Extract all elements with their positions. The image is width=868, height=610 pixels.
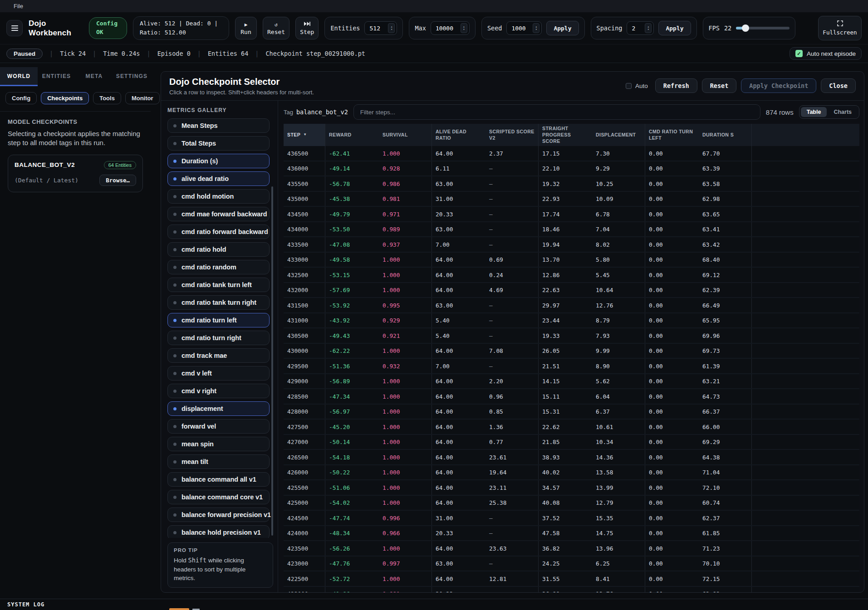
seed-apply-button[interactable]: Apply: [546, 21, 579, 35]
view-charts-button[interactable]: Charts: [828, 107, 858, 117]
metric-item[interactable]: cmd ratio turn right: [167, 331, 270, 345]
step-button[interactable]: Step: [295, 17, 319, 39]
checkbox-checked-icon[interactable]: ✓: [795, 50, 803, 57]
spacing-input[interactable]: [632, 25, 642, 32]
column-header-survival[interactable]: SURVIVAL: [379, 124, 432, 146]
column-header-displacement[interactable]: DISPLACEMENT: [592, 124, 645, 146]
column-header-scripted-score-v2[interactable]: SCRIPTED SCORE V2: [485, 124, 539, 146]
reset-button[interactable]: ↺ Reset: [263, 17, 289, 39]
metric-item[interactable]: Mean Steps: [167, 118, 270, 133]
metric-item[interactable]: balance forward precision v1: [167, 508, 270, 522]
spacing-spinner[interactable]: ▴ ▾: [645, 23, 652, 33]
table-row[interactable]: 436000-49.140.9286.11—22.109.290.0063.39: [284, 161, 859, 177]
menu-file[interactable]: File: [14, 3, 23, 10]
metric-item[interactable]: balance hold precision v1: [167, 525, 270, 538]
tab-entities[interactable]: ENTITIES: [38, 67, 75, 86]
table-row[interactable]: 431500-53.920.99563.00—29.9712.760.0066.…: [284, 298, 859, 313]
metric-item[interactable]: cmd hold motion: [167, 189, 270, 204]
seed-spinner[interactable]: ▴ ▾: [533, 23, 539, 33]
subtab-config[interactable]: Config: [5, 92, 37, 104]
entities-spinner[interactable]: ▴ ▾: [388, 23, 395, 33]
metric-item[interactable]: balance command core v1: [167, 490, 270, 504]
table-row[interactable]: 430000-62.221.00064.007.0826.059.990.006…: [284, 344, 859, 359]
auto-checkbox[interactable]: Auto: [626, 83, 648, 89]
table-row[interactable]: 425500-51.061.00064.0023.1134.5713.990.0…: [284, 480, 859, 496]
fps-slider[interactable]: [736, 27, 790, 29]
table-row[interactable]: 425000-54.021.00064.0025.3840.0812.790.0…: [284, 496, 859, 511]
column-header-straight-progress-score[interactable]: STRAIGHT PROGRESS SCORE: [539, 124, 592, 146]
metric-item[interactable]: displacement: [167, 401, 270, 416]
run-button[interactable]: ▶ Run: [235, 17, 257, 39]
metric-item[interactable]: cmd ratio hold: [167, 242, 270, 257]
metric-item[interactable]: cmd v right: [167, 384, 270, 398]
fullscreen-button[interactable]: Fullscreen: [818, 16, 862, 40]
view-table-button[interactable]: Table: [801, 107, 827, 117]
metrics-scrollbar[interactable]: [271, 186, 273, 536]
table-row[interactable]: 433500-47.080.9377.00—19.948.020.0063.42: [284, 237, 859, 253]
reset-button-panel[interactable]: Reset: [702, 78, 737, 93]
metric-item[interactable]: mean tilt: [167, 454, 270, 469]
close-button[interactable]: Close: [821, 78, 856, 93]
table-row[interactable]: 424000-48.340.96620.33—47.5814.750.0061.…: [284, 526, 859, 542]
table-row[interactable]: 434500-49.790.97120.33—17.746.780.0063.6…: [284, 207, 859, 222]
metric-item[interactable]: Duration (s): [167, 154, 270, 168]
table-row[interactable]: 431000-43.920.9295.40—23.448.790.0065.95: [284, 313, 859, 329]
filter-steps-input[interactable]: [353, 104, 760, 120]
metric-item[interactable]: alive dead ratio: [167, 171, 270, 186]
table-row[interactable]: 430500-49.430.9215.40—19.337.930.0069.96: [284, 328, 859, 344]
max-input[interactable]: [436, 25, 457, 32]
system-log-bar[interactable]: SYSTEM LOG: [0, 599, 868, 610]
metric-item[interactable]: cmd v left: [167, 366, 270, 381]
table-row[interactable]: 429000-56.891.00064.002.2014.155.620.006…: [284, 374, 859, 390]
tab-settings[interactable]: SETTINGS: [113, 67, 151, 86]
fps-slider-thumb[interactable]: [742, 24, 749, 32]
column-header-cmd-ratio-turn-left[interactable]: CMD RATIO TURN LEFT: [645, 124, 699, 146]
subtab-tools[interactable]: Tools: [93, 92, 121, 104]
column-header-duration-s[interactable]: DURATION S: [699, 124, 752, 146]
table-row[interactable]: 424500-47.740.99631.00—37.5215.350.0062.…: [284, 511, 859, 526]
apply-checkpoint-button[interactable]: Apply Checkpoint: [741, 78, 816, 93]
refresh-button[interactable]: Refresh: [655, 78, 697, 93]
table-row[interactable]: 428000-56.971.00064.000.8515.316.370.006…: [284, 405, 859, 420]
metric-item[interactable]: balance command all v1: [167, 472, 270, 487]
column-header-alive-dead-ratio[interactable]: ALIVE DEAD RATIO: [432, 124, 485, 146]
browse-button[interactable]: Browse…: [99, 175, 136, 186]
table-row[interactable]: 427500-45.201.00064.001.3622.6210.610.00…: [284, 420, 859, 435]
column-header-step[interactable]: STEP▼: [284, 124, 325, 146]
metric-item[interactable]: cmd ratio turn left: [167, 313, 270, 327]
metric-item[interactable]: cmd track mae: [167, 348, 270, 363]
tab-meta[interactable]: META: [75, 67, 113, 86]
metric-item[interactable]: cmd ratio random: [167, 260, 270, 274]
table-row[interactable]: 423000-47.760.99763.00—24.256.250.0070.1…: [284, 556, 859, 572]
seed-input[interactable]: [511, 25, 530, 32]
table-row[interactable]: 427000-50.141.00064.000.7721.8510.340.00…: [284, 435, 859, 450]
table-row[interactable]: 432000-57.691.00064.004.6922.6310.640.00…: [284, 283, 859, 298]
table-row[interactable]: 436500-62.411.00064.002.3717.157.300.006…: [284, 146, 859, 161]
table-row[interactable]: 426000-50.221.00064.0019.6440.0213.580.0…: [284, 465, 859, 481]
hamburger-menu-button[interactable]: [6, 20, 23, 36]
metric-item[interactable]: forward vel: [167, 419, 270, 434]
table-row[interactable]: 423500-56.261.00064.0023.6336.8213.960.0…: [284, 541, 859, 556]
table-row[interactable]: 434000-53.500.98963.00—18.467.040.0063.4…: [284, 222, 859, 238]
metric-item[interactable]: cmd ratio tank turn left: [167, 278, 270, 292]
subtab-monitor[interactable]: Monitor: [125, 92, 160, 104]
table-row[interactable]: 426500-54.181.00064.0023.6138.9314.360.0…: [284, 450, 859, 465]
spacing-apply-button[interactable]: Apply: [658, 21, 691, 35]
metric-item[interactable]: cmd ratio forward backward: [167, 224, 270, 239]
subtab-checkpoints[interactable]: Checkpoints: [41, 92, 89, 104]
table-row[interactable]: 429500-51.360.9327.00—21.518.900.0061.39: [284, 359, 859, 374]
table-row[interactable]: 435500-56.780.98663.00—19.3210.250.0063.…: [284, 176, 859, 192]
table-row[interactable]: 433000-49.581.00064.000.6913.705.800.006…: [284, 253, 859, 268]
metric-item[interactable]: Total Steps: [167, 136, 270, 151]
table-row[interactable]: 435000-45.380.98131.00—22.9310.090.0062.…: [284, 192, 859, 207]
table-row[interactable]: 422500-52.721.00064.0012.8131.558.410.00…: [284, 571, 859, 587]
tab-world[interactable]: WORLD: [0, 67, 38, 86]
metric-item[interactable]: cmd ratio tank turn right: [167, 295, 270, 310]
table-row[interactable]: 422000-41.960.98120.33—36.9913.760.0062.…: [284, 587, 859, 592]
metric-item[interactable]: mean spin: [167, 437, 270, 451]
auto-next-episode-toggle[interactable]: ✓ Auto next episode: [790, 47, 862, 60]
table-row[interactable]: 432500-53.151.00064.000.2412.865.450.006…: [284, 268, 859, 283]
metric-item[interactable]: cmd mae forward backward: [167, 207, 270, 221]
checkbox-unchecked-icon[interactable]: [626, 83, 632, 89]
max-spinner[interactable]: ▴ ▾: [461, 23, 467, 33]
